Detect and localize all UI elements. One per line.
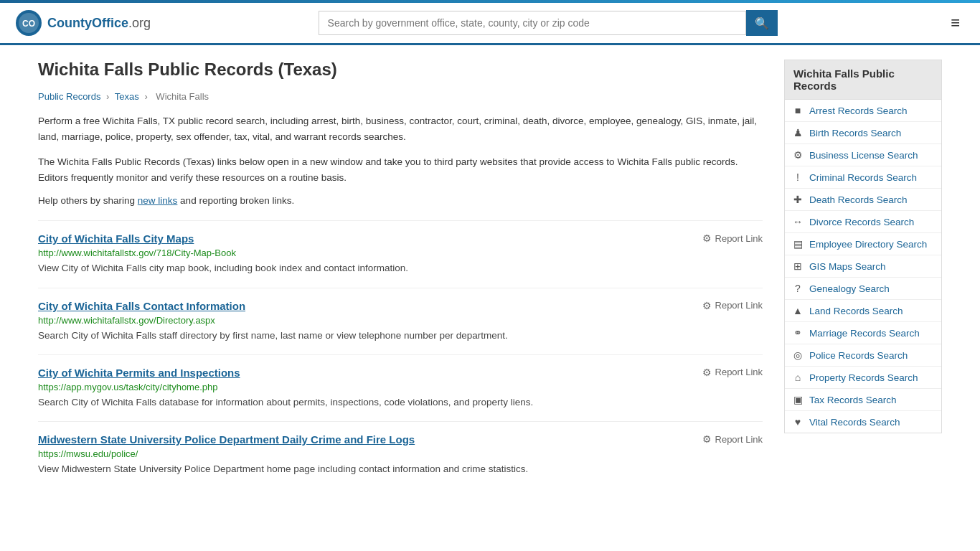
sidebar-icon-5: ↔: [792, 216, 804, 227]
sidebar-item[interactable]: ▣ Tax Records Search: [785, 389, 941, 411]
sidebar-icon-3: !: [792, 171, 804, 183]
logo-text: CountyOffice.org: [47, 16, 151, 31]
result-title-1[interactable]: City of Wichita Falls Contact Informatio…: [38, 300, 245, 312]
intro-text: Perform a free Wichita Falls, TX public …: [38, 113, 763, 144]
result-title-0[interactable]: City of Wichita Falls City Maps: [38, 232, 194, 245]
report-icon-1: ⚙: [702, 300, 712, 311]
sidebar-icon-2: ⚙: [792, 149, 804, 161]
report-icon-2: ⚙: [702, 367, 712, 378]
report-link-button-0[interactable]: ⚙ Report Link: [702, 232, 763, 244]
header-right: ≡: [945, 11, 966, 35]
sidebar-item[interactable]: ◎ Police Records Search: [785, 344, 941, 367]
search-area: 🔍: [319, 10, 778, 36]
sidebar-link-3[interactable]: Criminal Records Search: [809, 172, 917, 183]
sidebar-item[interactable]: ▤ Employee Directory Search: [785, 233, 941, 255]
breadcrumb: Public Records › Texas › Wichita Falls: [38, 91, 763, 102]
result-desc-1: Search City of Wichita Falls staff direc…: [38, 329, 763, 343]
breadcrumb-texas[interactable]: Texas: [115, 91, 139, 102]
result-desc-2: Search City of Wichita Falls database fo…: [38, 395, 763, 410]
sidebar-icon-13: ▣: [792, 394, 804, 405]
sidebar-link-13[interactable]: Tax Records Search: [809, 395, 897, 405]
sidebar-item[interactable]: ♟ Birth Records Search: [785, 122, 941, 144]
sidebar-item[interactable]: ⚭ Marriage Records Search: [785, 322, 941, 344]
sidebar-icon-12: ⌂: [792, 372, 804, 383]
sidebar-icon-6: ▤: [792, 238, 804, 250]
result-title-2[interactable]: City of Wichita Permits and Inspections: [38, 367, 240, 379]
result-url-2[interactable]: https://app.mygov.us/task/city/cityhome.…: [38, 382, 763, 392]
sidebar-icon-10: ⚭: [792, 327, 804, 339]
sidebar-icon-0: ■: [792, 105, 804, 116]
sidebar-icon-11: ◎: [792, 349, 804, 361]
report-link-button-2[interactable]: ⚙ Report Link: [702, 367, 763, 378]
secondary-text: The Wichita Falls Public Records (Texas)…: [38, 154, 763, 185]
result-desc-3: View Midwestern State University Police …: [38, 462, 763, 476]
new-links[interactable]: new links: [138, 195, 178, 206]
sidebar-link-8[interactable]: Genealogy Search: [809, 283, 890, 294]
help-text: Help others by sharing new links and rep…: [38, 195, 763, 206]
search-icon: 🔍: [755, 17, 769, 29]
sidebar-item[interactable]: ⌂ Property Records Search: [785, 367, 941, 389]
sidebar-link-14[interactable]: Vital Records Search: [809, 417, 900, 428]
sidebar-link-11[interactable]: Police Records Search: [809, 350, 908, 361]
result-desc-0: View City of Wichita Falls city map book…: [38, 261, 763, 276]
sidebar-list: ■ Arrest Records Search ♟ Birth Records …: [784, 100, 942, 433]
sidebar-item[interactable]: ▲ Land Records Search: [785, 300, 941, 322]
result-item: City of Wichita Permits and Inspections …: [38, 354, 763, 421]
sidebar-item[interactable]: ? Genealogy Search: [785, 278, 941, 300]
menu-button[interactable]: ≡: [945, 11, 966, 35]
result-url-0[interactable]: http://www.wichitafallstx.gov/718/City-M…: [38, 248, 763, 258]
report-link-button-1[interactable]: ⚙ Report Link: [702, 300, 763, 311]
sidebar-icon-4: ✚: [792, 194, 804, 205]
sidebar-link-7[interactable]: GIS Maps Search: [809, 261, 886, 272]
sidebar-title: Wichita Falls Public Records: [784, 60, 942, 100]
svg-text:CO: CO: [22, 19, 35, 29]
search-input[interactable]: [319, 11, 746, 35]
sidebar-link-10[interactable]: Marriage Records Search: [809, 328, 920, 339]
page-title: Wichita Falls Public Records (Texas): [38, 60, 763, 80]
sidebar-item[interactable]: ↔ Divorce Records Search: [785, 211, 941, 233]
sidebar-link-6[interactable]: Employee Directory Search: [809, 239, 927, 250]
report-icon-3: ⚙: [702, 433, 712, 445]
report-link-button-3[interactable]: ⚙ Report Link: [702, 433, 763, 445]
sidebar: Wichita Falls Public Records ■ Arrest Re…: [784, 60, 942, 488]
sidebar-link-5[interactable]: Divorce Records Search: [809, 217, 914, 227]
sidebar-item[interactable]: ✚ Death Records Search: [785, 189, 941, 211]
results-list: City of Wichita Falls City Maps ⚙ Report…: [38, 220, 763, 488]
sidebar-item[interactable]: ⚙ Business License Search: [785, 144, 941, 166]
search-button[interactable]: 🔍: [746, 10, 778, 36]
result-item: City of Wichita Falls Contact Informatio…: [38, 288, 763, 354]
sidebar-link-0[interactable]: Arrest Records Search: [809, 105, 908, 116]
sidebar-link-4[interactable]: Death Records Search: [809, 194, 908, 205]
logo[interactable]: CO CountyOffice.org: [14, 9, 151, 37]
sidebar-icon-1: ♟: [792, 127, 804, 138]
sidebar-icon-9: ▲: [792, 305, 804, 316]
logo-icon: CO: [14, 9, 43, 37]
sidebar-icon-14: ♥: [792, 416, 804, 428]
breadcrumb-public-records[interactable]: Public Records: [38, 91, 100, 102]
breadcrumb-current: Wichita Falls: [156, 91, 209, 102]
result-url-1[interactable]: http://www.wichitafallstx.gov/Directory.…: [38, 315, 763, 326]
result-item: City of Wichita Falls City Maps ⚙ Report…: [38, 220, 763, 287]
sidebar-item[interactable]: ♥ Vital Records Search: [785, 411, 941, 433]
report-icon-0: ⚙: [702, 232, 712, 244]
sidebar-link-12[interactable]: Property Records Search: [809, 372, 918, 383]
sidebar-link-9[interactable]: Land Records Search: [809, 306, 903, 316]
result-item: Midwestern State University Police Depar…: [38, 421, 763, 488]
sidebar-link-1[interactable]: Birth Records Search: [809, 128, 901, 138]
sidebar-icon-8: ?: [792, 283, 804, 294]
result-title-3[interactable]: Midwestern State University Police Depar…: [38, 433, 415, 446]
sidebar-link-2[interactable]: Business License Search: [809, 150, 918, 161]
sidebar-item[interactable]: ⊞ GIS Maps Search: [785, 255, 941, 278]
result-url-3[interactable]: https://mwsu.edu/police/: [38, 448, 763, 459]
sidebar-item[interactable]: ! Criminal Records Search: [785, 166, 941, 189]
sidebar-item[interactable]: ■ Arrest Records Search: [785, 100, 941, 122]
sidebar-icon-7: ⊞: [792, 260, 804, 272]
